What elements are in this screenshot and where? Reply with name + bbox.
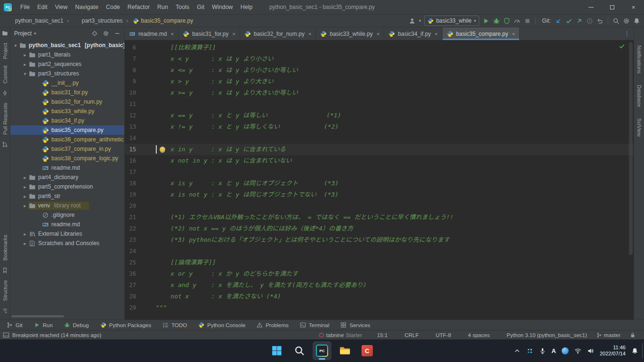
- toolwindow-button-commit[interactable]: Commit: [2, 66, 8, 83]
- tree-chevron-icon[interactable]: [12, 43, 19, 48]
- tree-chevron-icon[interactable]: [22, 203, 28, 208]
- project-tree-item[interactable]: part4_dictionary: [10, 173, 124, 182]
- statusbar-item[interactable]: UTF-8: [428, 332, 453, 338]
- statusbar-item[interactable]: [630, 332, 639, 338]
- start-button[interactable]: [267, 341, 286, 360]
- tray-app-icon[interactable]: [526, 347, 533, 354]
- project-horizontal-scrollbar[interactable]: [11, 315, 122, 317]
- inspections-ok-icon[interactable]: [619, 43, 625, 49]
- taskbar-pycharm-button[interactable]: PC: [313, 341, 331, 360]
- tab-close-icon[interactable]: ×: [512, 31, 515, 37]
- statusbar-item[interactable]: 15:1: [370, 332, 389, 338]
- coverage-button[interactable]: [503, 17, 510, 25]
- tree-chevron-icon[interactable]: [22, 62, 28, 67]
- breadcrumb-item[interactable]: basic35_compare.py: [125, 17, 194, 24]
- tab-close-icon[interactable]: ×: [308, 31, 311, 37]
- history-button[interactable]: [586, 17, 593, 25]
- stop-button[interactable]: [524, 17, 531, 25]
- tree-chevron-icon[interactable]: [22, 71, 28, 76]
- code-line[interactable]: 26 x or y : x か y のどちらかを満たす: [125, 268, 634, 280]
- toolwindow-button-structure[interactable]: Structure: [2, 280, 8, 301]
- code-line[interactable]: 13 x != y : x と y は等しくない (*2): [125, 121, 634, 132]
- project-tree-item[interactable]: python_basic_sec1 [python_basic] D:\: [10, 41, 124, 50]
- project-tree-item[interactable]: .gitignore: [10, 210, 124, 220]
- code-line[interactable]: 14: [125, 132, 634, 144]
- select-opened-file-button[interactable]: [91, 30, 98, 37]
- toolwindow-button[interactable]: Python Packages: [100, 322, 152, 328]
- code-line[interactable]: 23 (*3) pythonにおける「オブジェクト」とは何ぞやということについて…: [125, 234, 634, 246]
- toolwindow-button[interactable]: Services: [340, 322, 370, 328]
- menu-item[interactable]: Git: [193, 0, 208, 14]
- tree-chevron-icon[interactable]: [22, 241, 28, 246]
- toolwindow-button-pull-requests[interactable]: Pull Requests: [2, 103, 8, 135]
- scrollbar-thumb[interactable]: [11, 315, 64, 317]
- menu-item[interactable]: Code: [102, 0, 124, 14]
- toolwindow-button[interactable]: Terminal: [300, 322, 329, 328]
- intention-bulb-icon[interactable]: [160, 147, 165, 152]
- debug-button[interactable]: [493, 17, 500, 25]
- project-tree-item[interactable]: basic37_compare_in.py: [10, 144, 124, 154]
- code-line[interactable]: 21 (*1) エクセルVBA以外触ったことがない方は、 = ではなく == だ…: [125, 212, 634, 223]
- code-line[interactable]: 24: [125, 246, 634, 257]
- project-tree-item[interactable]: basic34_if.py: [10, 116, 124, 125]
- toolwindow-button[interactable]: TODO: [162, 322, 187, 328]
- wifi-icon[interactable]: [574, 347, 581, 354]
- taskbar-explorer-button[interactable]: [335, 341, 354, 360]
- code-line[interactable]: 19 x is not y : x と y は同じオブジェクトでない (*3): [125, 189, 634, 200]
- code-line[interactable]: 17: [125, 166, 634, 178]
- code-line[interactable]: 28 not x : x を満たさない (*4): [125, 291, 634, 302]
- toolwindow-button-database[interactable]: Database: [636, 85, 642, 107]
- tree-chevron-icon[interactable]: [22, 231, 28, 237]
- statusbar-item[interactable]: 4 spaces: [460, 332, 491, 338]
- statusbar-item[interactable]: master: [596, 332, 622, 338]
- close-button[interactable]: ×: [623, 0, 644, 14]
- tab-close-icon[interactable]: ×: [435, 31, 437, 37]
- project-tree-item[interactable]: venv library root: [10, 201, 124, 210]
- project-tree-item[interactable]: part1_literals: [10, 50, 124, 59]
- taskbar-search-button[interactable]: [290, 341, 309, 360]
- code-line[interactable]: 8 x <= y : x は y より小さいか等しい: [125, 65, 634, 76]
- project-stripe-icon[interactable]: [2, 30, 8, 36]
- project-tree-item[interactable]: basic35_compare.py: [10, 125, 124, 135]
- rollback-button[interactable]: [596, 17, 604, 25]
- tray-orb-icon[interactable]: [562, 347, 569, 354]
- statusbar-item[interactable]: CRLF: [397, 332, 420, 338]
- pull-requests-stripe-icon[interactable]: [2, 141, 8, 148]
- code-line[interactable]: 18 x is y : x と y は同じオブジェクト (*3): [125, 178, 634, 189]
- microphone-icon[interactable]: [539, 347, 546, 354]
- menu-item[interactable]: Help: [237, 0, 257, 14]
- chevron-down-icon[interactable]: ▾: [34, 31, 36, 36]
- code-line[interactable]: 6 [[比較演算子]]: [125, 42, 634, 53]
- project-tree-item[interactable]: basic32_for_num.py: [10, 97, 124, 107]
- bookmarks-stripe-icon[interactable]: [2, 267, 8, 273]
- maximize-button[interactable]: [602, 0, 623, 14]
- code-line[interactable]: 11: [125, 99, 634, 110]
- menu-item[interactable]: File: [16, 0, 33, 14]
- editor-tab[interactable]: basic33_while.py ×: [316, 27, 384, 40]
- toolwindow-button[interactable]: Git: [7, 322, 23, 328]
- statusbar-item[interactable]: tabnine Starter: [319, 332, 362, 338]
- code-line[interactable]: 7 x < y : x は y より小さい: [125, 53, 634, 65]
- code-line[interactable]: 25 [[論理演算子]]: [125, 257, 634, 268]
- tree-chevron-icon[interactable]: [22, 184, 28, 189]
- minimize-button[interactable]: [580, 0, 602, 14]
- git-commit-button[interactable]: [565, 17, 572, 25]
- menu-item[interactable]: Tools: [172, 0, 193, 14]
- project-tree-item[interactable]: basic36_compare_arithmetic.py: [10, 135, 124, 144]
- code-line[interactable]: 16 x not in y : x は y に含まれていない: [125, 155, 634, 166]
- code-editor[interactable]: 6 [[比較演算子]] 7 x < y : x は y より小さい 8 x <=…: [125, 40, 634, 320]
- editor-tab[interactable]: basic31_for.py ×: [178, 27, 240, 40]
- menu-item[interactable]: Navigate: [72, 0, 102, 14]
- statusbar-item[interactable]: Python 3.10 (python_basic_sec1): [499, 332, 589, 338]
- toolwindow-button[interactable]: Python Console: [198, 322, 245, 328]
- project-tree-item[interactable]: part3_structures: [10, 69, 124, 78]
- menu-item[interactable]: Run: [153, 0, 172, 14]
- toolwindow-button[interactable]: Problems: [257, 322, 289, 328]
- editor-scrollbar-thumb[interactable]: [629, 42, 633, 255]
- tab-options-icon[interactable]: ⋮: [620, 27, 634, 40]
- breadcrumb-item[interactable]: part3_structures: [66, 17, 124, 24]
- editor-tab[interactable]: basic32_for_num.py ×: [240, 27, 316, 40]
- project-tree-item[interactable]: basic38_compare_logic.py: [10, 154, 124, 163]
- code-line[interactable]: 12 x == y : x と y は等しい (*1): [125, 110, 634, 121]
- project-tree-item[interactable]: part2_sequences: [10, 59, 124, 69]
